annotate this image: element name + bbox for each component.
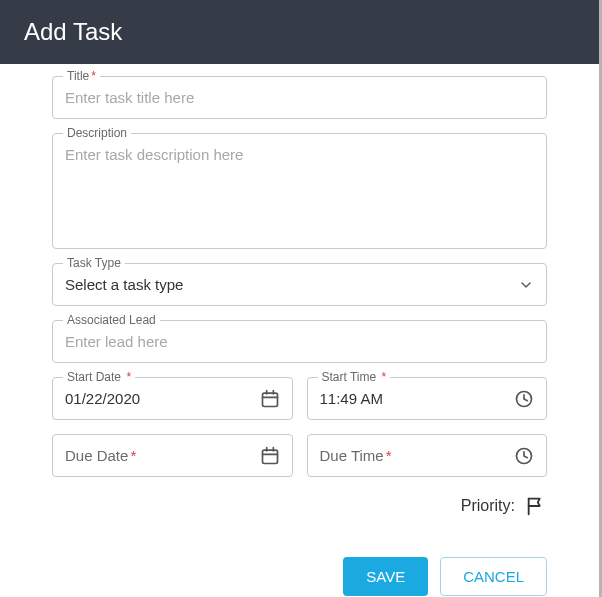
start-date-field[interactable]: Start Date * (52, 377, 293, 420)
clock-icon (514, 446, 534, 466)
due-time-field[interactable]: Due Time* (307, 434, 548, 477)
due-row: Due Date* Due Time* (52, 434, 547, 477)
description-label: Description (63, 126, 131, 140)
modal-title: Add Task (24, 18, 122, 45)
due-date-label: Due Date* (53, 435, 148, 476)
start-date-input[interactable] (53, 378, 292, 419)
required-asterisk: * (126, 370, 131, 384)
add-task-modal: Add Task Title* Description Task Type Se… (0, 0, 602, 597)
required-asterisk: * (130, 447, 136, 464)
task-type-value: Select a task type (53, 264, 546, 305)
start-row: Start Date * Start Time * (52, 377, 547, 420)
lead-input[interactable] (53, 321, 546, 362)
required-asterisk: * (91, 69, 96, 83)
form-area: Title* Description Task Type Select a ta… (0, 64, 599, 597)
priority-row: Priority: (52, 495, 547, 517)
task-type-field[interactable]: Task Type Select a task type (52, 263, 547, 306)
start-time-label: Start Time * (318, 370, 391, 384)
svg-rect-5 (262, 450, 277, 463)
required-asterisk: * (386, 447, 392, 464)
flag-icon[interactable] (525, 495, 547, 517)
title-label: Title* (63, 69, 100, 83)
start-time-input[interactable] (308, 378, 547, 419)
lead-field: Associated Lead (52, 320, 547, 363)
title-field: Title* (52, 76, 547, 119)
due-date-field[interactable]: Due Date* (52, 434, 293, 477)
save-button[interactable]: SAVE (343, 557, 428, 596)
calendar-icon (260, 389, 280, 409)
description-input[interactable] (53, 134, 546, 244)
required-asterisk: * (382, 370, 387, 384)
calendar-icon (260, 446, 280, 466)
svg-rect-0 (262, 393, 277, 406)
description-field: Description (52, 133, 547, 249)
task-type-label: Task Type (63, 256, 125, 270)
start-date-label: Start Date * (63, 370, 135, 384)
lead-label: Associated Lead (63, 313, 160, 327)
cancel-button[interactable]: CANCEL (440, 557, 547, 596)
due-time-label: Due Time* (308, 435, 404, 476)
title-input[interactable] (53, 77, 546, 118)
modal-header: Add Task (0, 0, 599, 64)
priority-label: Priority: (461, 497, 515, 515)
chevron-down-icon (518, 277, 534, 293)
start-time-field[interactable]: Start Time * (307, 377, 548, 420)
actions-row: SAVE CANCEL (52, 557, 547, 596)
clock-icon (514, 389, 534, 409)
